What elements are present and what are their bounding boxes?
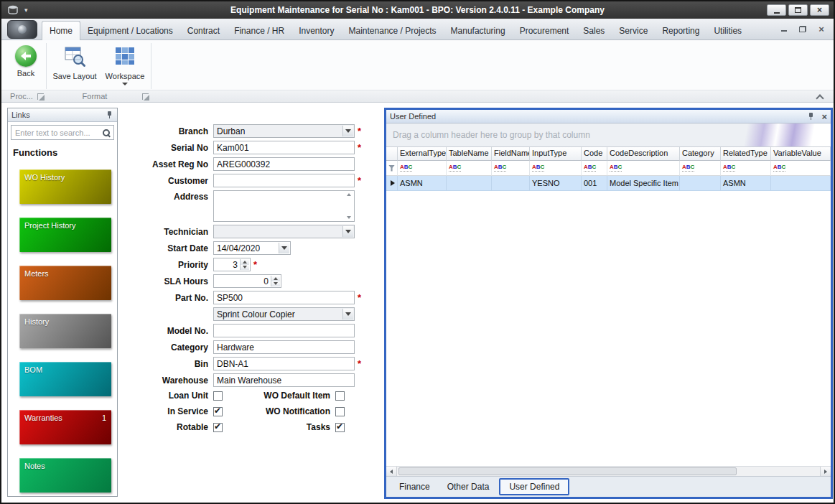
sla-hours-field[interactable]: 0 — [213, 274, 281, 288]
tab-sales[interactable]: Sales — [576, 22, 612, 39]
column-header-inputtype[interactable]: InputType — [530, 147, 582, 161]
column-header-code[interactable]: Code — [582, 147, 607, 161]
calendar-dropdown-icon[interactable] — [279, 243, 289, 253]
branch-field[interactable]: Durban — [213, 124, 355, 138]
tab-user-defined[interactable]: User Defined — [499, 478, 569, 495]
search-icon[interactable] — [102, 129, 111, 137]
application-menu-button[interactable] — [7, 20, 37, 39]
tab-finance-hr[interactable]: Finance / HR — [227, 22, 291, 39]
cell-tablename[interactable] — [447, 176, 492, 191]
tab-equipment-locations[interactable]: Equipment / Locations — [80, 22, 180, 39]
project-history-button[interactable]: Project History — [19, 218, 111, 252]
tab-inventory[interactable]: Inventory — [291, 22, 341, 39]
filter-cell[interactable]: ABC — [492, 161, 530, 176]
warranties-button[interactable]: Warranties1 — [19, 410, 111, 444]
cell-codedescription[interactable]: Model Specific Item — [607, 176, 680, 191]
address-scroll-arrows-icon[interactable] — [345, 192, 353, 220]
scrollbar-track[interactable] — [397, 467, 820, 476]
notes-button[interactable]: Notes — [19, 458, 111, 493]
filter-cell[interactable]: ABC — [607, 161, 680, 176]
tab-service[interactable]: Service — [612, 22, 655, 39]
filter-cell[interactable]: ABC — [398, 161, 447, 176]
app-icon[interactable] — [6, 4, 20, 16]
pin-icon[interactable] — [808, 112, 815, 121]
group-by-box[interactable]: Drag a column header here to group by th… — [386, 123, 831, 147]
back-button[interactable]: Back — [9, 43, 43, 78]
chevron-down-icon[interactable] — [342, 309, 353, 319]
tab-other-data[interactable]: Other Data — [440, 478, 497, 495]
close-button[interactable]: × — [810, 4, 829, 16]
filter-cell[interactable]: ABC — [771, 161, 831, 176]
search-input[interactable]: Enter text to search... — [11, 125, 114, 140]
tab-utilities[interactable]: Utilities — [706, 22, 749, 39]
priority-field[interactable]: 3 — [213, 258, 251, 271]
horizontal-scrollbar[interactable] — [386, 466, 831, 476]
scroll-right-icon[interactable] — [820, 467, 831, 476]
customer-field[interactable] — [213, 174, 355, 187]
grid-data-row-selected[interactable]: ASMN YESNO 001 Model Specific Item ASMN — [386, 176, 831, 191]
ribbon-collapse-icon[interactable] — [816, 93, 822, 99]
meters-button[interactable]: Meters — [19, 266, 111, 300]
minimize-button[interactable] — [767, 4, 786, 16]
in-service-checkbox[interactable] — [213, 407, 223, 416]
chevron-down-icon[interactable] — [342, 126, 353, 136]
group-proc-dialog-launcher-icon[interactable] — [37, 93, 44, 100]
wo-history-button[interactable]: WO History — [19, 169, 111, 204]
serial-no-field[interactable]: Kam001 — [213, 141, 355, 154]
column-header-externaltype[interactable]: ExternalType — [398, 147, 447, 161]
wo-notification-checkbox[interactable] — [335, 407, 345, 416]
bom-button[interactable]: BOM — [19, 362, 111, 396]
maximize-button[interactable] — [788, 4, 808, 16]
column-header-category[interactable]: Category — [680, 147, 721, 161]
model-no-field[interactable] — [213, 324, 355, 337]
start-date-field[interactable]: 14/04/2020 — [213, 241, 291, 255]
cell-code[interactable]: 001 — [582, 176, 607, 191]
cell-category[interactable] — [680, 176, 721, 191]
bin-field[interactable]: DBN-A1 — [213, 357, 355, 370]
cell-variablevalue[interactable] — [771, 176, 831, 191]
mdi-minimize-button[interactable] — [779, 24, 789, 33]
column-header-relatedtype[interactable]: RelatedType — [721, 147, 771, 161]
tab-maintenance-projects[interactable]: Maintenance / Projects — [342, 22, 444, 39]
scrollbar-thumb[interactable] — [398, 467, 737, 475]
wo-default-item-checkbox[interactable] — [335, 391, 345, 401]
filter-cell[interactable]: ABC — [680, 161, 721, 176]
scroll-left-icon[interactable] — [386, 467, 397, 476]
asset-reg-no-field[interactable]: AREG000392 — [213, 157, 355, 171]
column-header-fieldname[interactable]: FieldName — [492, 147, 530, 161]
tab-manufacturing[interactable]: Manufacturing — [444, 22, 513, 39]
mdi-close-button[interactable]: × — [816, 24, 826, 33]
filter-cell[interactable]: ABC — [721, 161, 771, 176]
group-format-dialog-launcher-icon[interactable] — [142, 93, 149, 100]
workspace-button[interactable]: Workspace — [102, 43, 148, 85]
filter-cell[interactable]: ABC — [530, 161, 582, 176]
pin-icon[interactable] — [106, 111, 113, 119]
filter-cell[interactable]: ABC — [582, 161, 607, 176]
tab-finance[interactable]: Finance — [392, 478, 437, 495]
chevron-down-icon[interactable] — [342, 226, 353, 237]
tab-reporting[interactable]: Reporting — [655, 22, 706, 39]
mdi-restore-button[interactable] — [798, 24, 808, 33]
panel-close-icon[interactable]: × — [821, 112, 827, 121]
cell-inputtype[interactable]: YESNO — [530, 176, 582, 191]
priority-spinner[interactable] — [240, 259, 249, 270]
save-layout-button[interactable]: Save Layout — [52, 43, 98, 80]
loan-unit-checkbox[interactable] — [213, 391, 223, 401]
quick-access-dropdown-icon[interactable]: ▾ — [24, 6, 28, 14]
rotable-checkbox[interactable] — [213, 423, 223, 432]
cell-fieldname[interactable] — [492, 176, 530, 191]
tab-procurement[interactable]: Procurement — [513, 22, 577, 39]
tab-contract[interactable]: Contract — [180, 22, 227, 39]
address-field[interactable] — [213, 190, 355, 222]
filter-cell[interactable]: ABC — [447, 161, 492, 176]
warehouse-field[interactable]: Main Warehouse — [213, 373, 355, 387]
sla-hours-spinner[interactable] — [271, 276, 280, 286]
technician-field[interactable] — [213, 225, 355, 238]
column-header-tablename[interactable]: TableName — [447, 147, 492, 161]
tab-home[interactable]: Home — [42, 21, 80, 40]
part-description-field[interactable]: Sprint Colour Copier — [213, 307, 355, 321]
tasks-checkbox[interactable] — [335, 423, 345, 432]
part-no-field[interactable]: SP500 — [213, 291, 355, 304]
cell-externaltype[interactable]: ASMN — [398, 176, 447, 191]
category-field[interactable]: Hardware — [213, 340, 355, 354]
